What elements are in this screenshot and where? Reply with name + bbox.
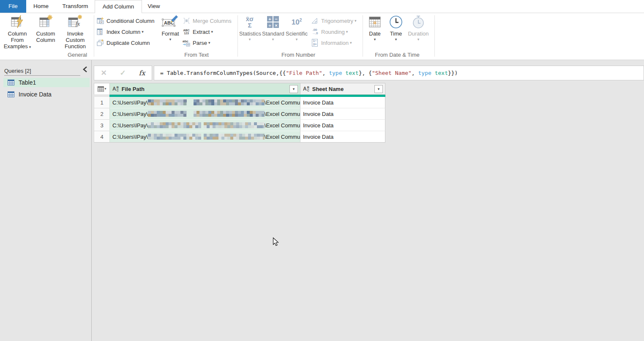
tab-add-column-active[interactable]: Add Column [95,0,142,13]
filter-dropdown-button[interactable]: ▾ [374,85,383,93]
dropdown-caret-icon: ▾ [350,41,352,45]
filter-dropdown-button[interactable]: ▾ [289,85,298,93]
ribbon: Column From Examples▾ Cust [0,13,644,60]
cancel-formula-icon[interactable]: ✕ [101,69,106,77]
statistics-sigma-icon: x̄σΣ [239,14,260,30]
path-prefix-text: C:\Users\IPay\ [112,99,148,106]
svg-text:fx: fx [76,21,80,27]
table-row[interactable]: 1 C:\Users\IPay\ \Excel Community\P... I… [94,97,385,108]
dropdown-caret-icon: ▾ [239,37,260,41]
query-item-invoice-data[interactable]: Invoice Data [3,90,90,99]
fx-icon[interactable]: fx [139,69,145,77]
sheet-name-cell[interactable]: Invoice Data [300,120,385,131]
sheet-name-cell[interactable]: Invoice Data [300,108,385,120]
formula-input[interactable]: = Table.TransformColumnTypes(Source,{{"F… [154,66,644,80]
path-suffix-text: \Excel Community\P... [265,111,300,117]
extract-button[interactable]: ABC123 Extract ▾ [183,27,213,36]
row-number: 4 [94,131,109,143]
standard-button[interactable]: +− ÷× Standard ▾ [262,14,284,41]
invoke-custom-function-button[interactable]: fx Invoke Custom Function [57,14,93,50]
dropdown-caret-icon: ▾ [208,41,210,45]
table-fx-icon: fx [57,14,93,30]
file-path-cell[interactable]: C:\Users\IPay\ \Excel Community\P... [109,131,300,143]
path-prefix-text: C:\Users\IPay\ [112,134,148,140]
rounding-label: Rounding [321,29,345,35]
group-label-general: General [68,52,87,58]
conditional-column-label: Conditional Column [106,18,154,24]
index-column-icon: 1 2 3 [96,28,104,35]
query-item-label: Table1 [19,79,36,86]
file-path-cell[interactable]: C:\Users\IPay\ \Excel Community\P... [109,120,300,131]
trigonometry-label: Trigonometry [321,18,353,24]
collapse-panel-chevron-icon[interactable] [82,66,89,74]
query-item-table1[interactable]: Table1 [3,78,90,87]
rounding-button[interactable]: .00→.0 Rounding ▾ [311,27,348,36]
tab-file[interactable]: File [0,0,26,13]
tab-home[interactable]: Home [26,0,56,13]
parse-button[interactable]: abc Parse ▾ [183,38,210,47]
redacted-path-segment [148,99,265,106]
confirm-formula-icon[interactable]: ✓ [120,69,126,77]
query-item-label: Invoice Data [19,91,52,98]
dropdown-caret-icon: ▾ [286,37,308,41]
row-number: 2 [94,108,109,120]
time-button[interactable]: Time ▾ [387,14,405,41]
path-prefix-text: C:\Users\IPay\ [112,122,148,129]
parse-label: Parse [193,40,207,46]
time-clock-icon [387,14,405,30]
statistics-label: Statistics [239,30,260,37]
path-suffix-text: \Excel Community\P... [265,134,300,140]
duplicate-column-label: Duplicate Column [106,40,150,46]
data-preview-table: ▾ ABC File Path ▾ ABC Sheet Name ▾ 1 C:\… [94,83,385,143]
table-row[interactable]: 2 C:\Users\IPay\ \Excel Community\P... I… [94,108,385,120]
group-separator [434,15,435,57]
file-path-cell[interactable]: C:\Users\IPay\ \Excel Community\P... [109,97,300,108]
duplicate-column-button[interactable]: Duplicate Column [96,38,150,47]
duration-label: Duration [407,30,429,37]
custom-column-button[interactable]: Custom Column [34,14,57,43]
dropdown-caret-icon: ▾ [387,37,405,41]
tab-view[interactable]: View [142,0,166,13]
file-path-cell[interactable]: C:\Users\IPay\ \Excel Community\P... [109,108,300,120]
sheet-name-cell[interactable]: Invoice Data [300,97,385,108]
information-button[interactable]: 1−3+ Information ▾ [311,38,352,47]
duration-stopwatch-icon [407,14,429,30]
scientific-label: Scientific [286,30,308,37]
sheet-name-cell[interactable]: Invoice Data [300,131,385,143]
dropdown-caret-icon: ▾ [355,19,357,23]
table-row[interactable]: 3 C:\Users\IPay\ \Excel Community\P... I… [94,120,385,131]
table-star-icon [34,14,57,30]
scientific-10-squared-icon: 102 [286,14,308,30]
rounding-decimal-icon: .00→.0 [311,28,319,35]
table-row[interactable]: 4 C:\Users\IPay\ \Excel Community\P... I… [94,131,385,143]
custom-column-label: Custom Column [34,30,57,43]
table-query-icon [8,80,14,85]
table-corner-menu-button[interactable]: ▾ [94,83,109,94]
dropdown-caret-icon: ▾ [407,37,429,41]
statistics-button[interactable]: x̄σΣ Statistics ▾ [239,14,260,41]
merge-columns-button[interactable]: Merge Columns [183,16,232,25]
format-abc-pencil-icon: ABC [160,14,181,30]
column-header-file-path[interactable]: ABC File Path ▾ [109,83,300,94]
standard-operators-icon: +− ÷× [262,14,284,30]
ribbon-tab-bar: File Home Transform Add Column View [0,0,644,13]
formula-bar-buttons: ✕ ✓ fx [94,66,152,80]
date-label: Date [366,30,384,37]
standard-label: Standard [262,30,284,37]
index-column-button[interactable]: 1 2 3 Index Column ▾ [96,27,144,36]
merge-columns-icon [183,17,190,24]
column-header-label: File Path [122,86,145,92]
tab-transform[interactable]: Transform [56,0,95,13]
column-header-sheet-name[interactable]: ABC Sheet Name ▾ [300,83,385,94]
dropdown-caret-icon: ▾ [142,30,144,34]
column-from-examples-button[interactable]: Column From Examples▾ [1,14,34,50]
group-separator [94,15,94,57]
format-label: Format [160,30,181,37]
conditional-column-button[interactable]: ≠ Conditional Column [96,16,154,25]
duration-button[interactable]: Duration ▾ [407,14,429,41]
format-button[interactable]: ABC Format ▾ [160,14,181,41]
trigonometry-button[interactable]: Trigonometry ▾ [311,16,357,25]
date-button[interactable]: Date ▾ [366,14,384,41]
scientific-button[interactable]: 102 Scientific ▾ [286,14,308,41]
extract-abc123-icon: ABC123 [183,28,190,35]
